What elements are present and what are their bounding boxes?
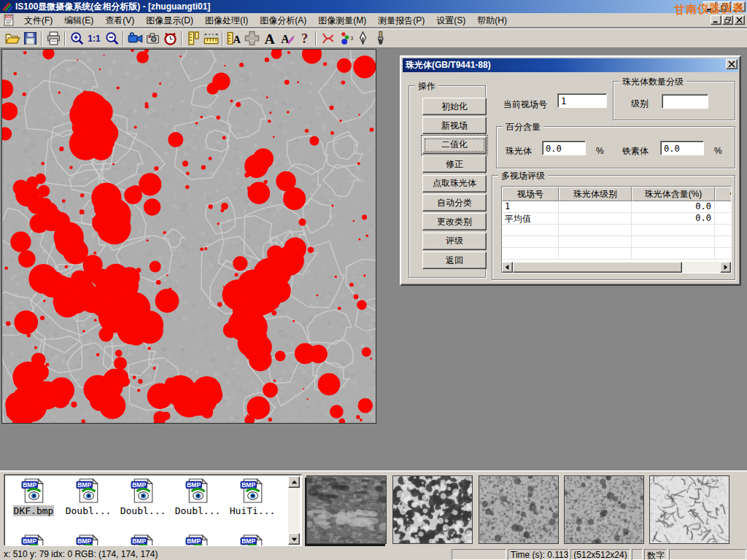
- open-file-button[interactable]: [4, 30, 21, 47]
- file-item[interactable]: BMP: [62, 534, 115, 546]
- file-item[interactable]: BMPHuiTi...: [226, 478, 279, 516]
- document-icon[interactable]: DOC: [3, 14, 15, 26]
- save-file-button[interactable]: [21, 30, 39, 47]
- scroll-right-button[interactable]: [720, 262, 731, 273]
- measure-text-button[interactable]: A: [225, 30, 243, 47]
- scroll-up-button[interactable]: [288, 476, 300, 488]
- thumb-light-flakes[interactable]: [649, 475, 729, 544]
- child-close-button[interactable]: [734, 15, 745, 25]
- zoom-in-button[interactable]: [68, 30, 85, 47]
- thumb-coarse[interactable]: [392, 475, 473, 544]
- table-cell: [559, 225, 632, 236]
- grade-input[interactable]: [662, 94, 708, 109]
- timer-button[interactable]: [161, 30, 179, 47]
- child-minimize-button[interactable]: [711, 15, 721, 25]
- file-item[interactable]: BMP: [226, 534, 279, 546]
- menu-item-3[interactable]: 图像显示(D): [140, 13, 199, 28]
- menu-item-8[interactable]: 设置(S): [430, 13, 471, 28]
- caliper-icon: [186, 31, 201, 46]
- print-button[interactable]: [44, 30, 62, 47]
- ferrite-percent-input[interactable]: [660, 141, 704, 155]
- photo-camera-button[interactable]: [144, 30, 161, 47]
- dialog-title: 珠光体(GB/T9441-88): [406, 59, 491, 71]
- thumb-fine-2[interactable]: [564, 475, 644, 544]
- op-button-8[interactable]: 返回: [422, 252, 487, 269]
- file-item[interactable]: BMP: [171, 534, 224, 546]
- video-camera-button[interactable]: [126, 30, 144, 47]
- bmp-file-icon: BMP: [21, 534, 46, 546]
- table-cell: [502, 236, 559, 248]
- scroll-down-button[interactable]: [288, 533, 300, 545]
- file-item[interactable]: BMPDoubl...: [62, 478, 115, 516]
- table-row[interactable]: [502, 248, 731, 260]
- brush-tool-button[interactable]: [371, 30, 389, 47]
- scrollbar-thumb[interactable]: [513, 262, 682, 273]
- help-button[interactable]: ?: [295, 30, 313, 47]
- window-minimize-button[interactable]: [703, 1, 716, 12]
- menu-item-1[interactable]: 编辑(E): [58, 13, 99, 28]
- op-button-5[interactable]: 自动分类: [422, 194, 487, 211]
- title-bar: IS100显微摄像系统(金相分析版) - [zhuguangti01]: [0, 0, 747, 13]
- file-browser-scrollbar[interactable]: [288, 476, 300, 545]
- table-header-1[interactable]: 珠光体级别: [559, 187, 632, 201]
- menu-item-2[interactable]: 查看(V): [99, 13, 140, 28]
- cursor-position-readout: x: 510 y: 79 idx: 0 RGB: (174, 174, 174): [0, 548, 451, 560]
- window-close-button[interactable]: [732, 1, 746, 12]
- toolbar-separator: [222, 31, 223, 46]
- status-dimensions: (512x512x24): [570, 549, 630, 560]
- file-item[interactable]: BMPDoubl...: [117, 478, 169, 516]
- current-field-input[interactable]: [557, 93, 607, 108]
- op-button-6[interactable]: 更改类别: [422, 213, 487, 230]
- curve-tool-button[interactable]: [319, 30, 336, 47]
- op-button-7[interactable]: 评级: [422, 233, 487, 250]
- scroll-left-button[interactable]: [502, 262, 513, 273]
- text-a-button[interactable]: A: [260, 30, 278, 47]
- menu-item-9[interactable]: 帮助(H): [471, 13, 513, 28]
- table-header-3[interactable]: 铁素体含量(%): [715, 187, 732, 201]
- menu-item-4[interactable]: 图像处理(I): [199, 13, 254, 28]
- op-button-0[interactable]: 初始化: [422, 98, 487, 115]
- zoom-out-button[interactable]: [103, 30, 120, 47]
- op-button-1[interactable]: 新视场: [422, 117, 487, 134]
- menu-item-0[interactable]: 文件(F): [18, 13, 58, 28]
- op-button-3[interactable]: 修正: [422, 155, 487, 173]
- status-time: Time (s): 0.113: [508, 549, 569, 560]
- table-cell: [632, 236, 715, 248]
- metallographic-image[interactable]: [1, 49, 376, 424]
- window-restore-button[interactable]: [718, 1, 731, 12]
- grid-cross-button[interactable]: [243, 30, 260, 47]
- svg-text:BMP: BMP: [241, 481, 255, 489]
- table-cell: [715, 225, 732, 236]
- table-header-0[interactable]: 视场号: [502, 187, 559, 201]
- table-row[interactable]: [502, 236, 731, 248]
- file-item[interactable]: BMPDoubl...: [171, 478, 224, 516]
- table-row[interactable]: 10.0: [502, 201, 731, 213]
- table-horizontal-scrollbar[interactable]: [502, 262, 731, 273]
- table-row[interactable]: [502, 225, 731, 236]
- timer-icon: [163, 31, 178, 46]
- svg-text:BMP: BMP: [241, 537, 255, 545]
- table-cell: [559, 236, 632, 248]
- table-row[interactable]: 平均值0.0: [502, 213, 731, 225]
- thumb-banded-dark[interactable]: [306, 475, 387, 544]
- op-button-4[interactable]: 点取珠光体: [422, 175, 487, 192]
- menu-item-7[interactable]: 测量报告(P): [372, 13, 430, 28]
- dialog-title-bar[interactable]: 珠光体(GB/T9441-88): [403, 58, 738, 72]
- pearlite-percent-input[interactable]: [542, 141, 586, 155]
- particle-tool-button[interactable]: 3: [336, 30, 354, 47]
- actual-size-button[interactable]: 1:1: [85, 30, 103, 47]
- text-edit-button[interactable]: A: [278, 30, 295, 47]
- table-header-2[interactable]: 珠光体含量(%): [632, 187, 715, 201]
- file-item[interactable]: BMP: [117, 534, 169, 546]
- file-item[interactable]: BMP: [7, 534, 60, 546]
- child-restore-button[interactable]: [722, 15, 733, 25]
- thumb-fine-1[interactable]: [479, 475, 559, 544]
- menu-item-6[interactable]: 图像测量(M): [312, 13, 372, 28]
- dialog-close-button[interactable]: [726, 59, 738, 69]
- caliper-button[interactable]: [185, 30, 202, 47]
- menu-item-5[interactable]: 图像分析(A): [254, 13, 312, 28]
- ruler-button[interactable]: [202, 30, 220, 47]
- op-button-2[interactable]: 二值化: [422, 136, 487, 154]
- pen-tool-button[interactable]: [354, 30, 371, 47]
- file-item[interactable]: BMPDKF.bmp: [7, 478, 60, 516]
